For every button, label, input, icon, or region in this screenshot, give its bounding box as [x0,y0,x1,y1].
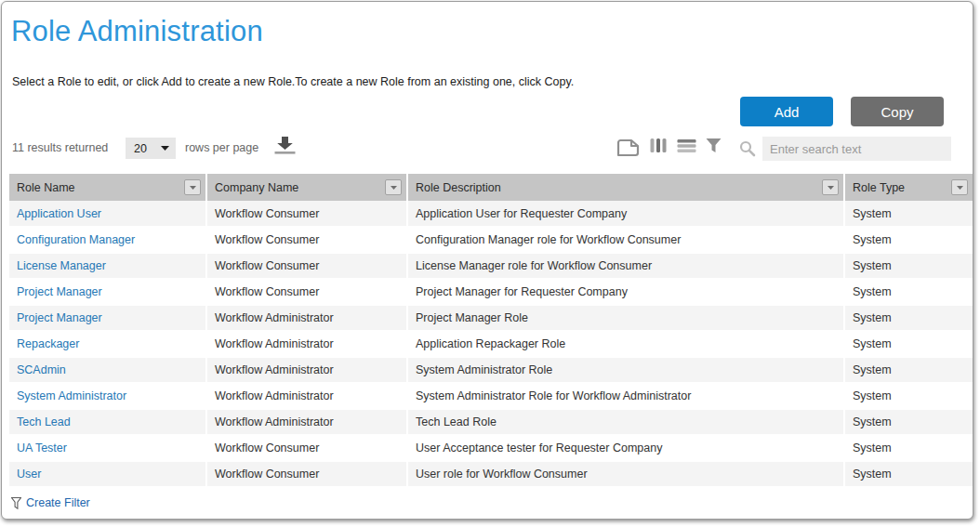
chevron-down-icon [957,186,963,190]
column-label: Role Type [853,181,905,194]
role-name-link[interactable]: Project Manager [17,311,102,324]
funnel-icon [11,497,21,509]
rows-per-page-value: 20 [126,142,161,155]
company-name-cell: Workflow Consumer [206,253,407,279]
table-row: RepackagerWorkflow AdministratorApplicat… [9,331,973,357]
role-table: Role Name Company Name [9,174,973,517]
role-name-link[interactable]: Configuration Manager [17,233,135,246]
download-icon [273,136,297,155]
company-name-cell: Workflow Consumer [206,435,407,461]
role-name-link[interactable]: User [17,468,41,481]
column-dropdown-button[interactable] [951,179,968,195]
table-header-row: Role Name Company Name [9,174,973,201]
table-row: Project ManagerWorkflow ConsumerProject … [9,279,973,305]
rows-icon [677,138,696,153]
create-filter-row: Create Filter [9,489,973,517]
table-row: Configuration ManagerWorkflow ConsumerCo… [9,227,973,253]
role-type-cell: System [844,409,973,435]
table-row: UserWorkflow ConsumerUser role for Workf… [9,461,973,487]
role-description-cell: License Manager role for Workflow Consum… [407,253,844,279]
company-name-cell: Workflow Administrator [206,383,407,409]
copy-button[interactable]: Copy [851,97,944,126]
role-name-link[interactable]: UA Tester [17,441,67,455]
column-chooser-button[interactable] [650,138,668,153]
role-name-cell: Project Manager [9,305,206,331]
search-input[interactable] [762,137,951,161]
filter-button[interactable] [706,138,722,153]
role-description-cell: User role for Workflow Consumer [407,461,844,487]
caret-down-icon [161,146,169,151]
results-count: 11 results returned [12,141,108,154]
role-description-cell: Project Manager for Requester Company [407,279,844,305]
role-name-link[interactable]: SCAdmin [17,363,66,376]
role-name-cell: UA Tester [9,435,206,461]
magnifier-icon [739,140,756,157]
window: Role Administration Select a Role to edi… [1,1,973,520]
role-name-cell: Project Manager [9,279,206,305]
download-button[interactable] [273,136,297,155]
role-type-cell: System [844,383,973,409]
filter-icon [706,138,722,153]
column-dropdown-button[interactable] [385,179,402,195]
company-name-cell: Workflow Administrator [206,409,407,435]
role-type-cell: System [844,253,973,279]
page-title: Role Administration [11,13,263,50]
columns-icon [650,138,668,153]
column-header-role-description[interactable]: Role Description [407,174,844,201]
role-name-link[interactable]: Project Manager [17,285,102,298]
role-description-cell: Application Repackager Role [407,331,844,357]
role-type-cell: System [844,357,973,383]
search-icon-wrap [739,140,756,157]
row-layout-button[interactable] [677,138,696,153]
rows-per-page-select[interactable]: 20 [126,138,176,159]
add-button[interactable]: Add [740,97,833,126]
column-header-company-name[interactable]: Company Name [206,174,407,201]
company-name-cell: Workflow Consumer [206,461,407,487]
column-dropdown-button[interactable] [184,179,201,195]
table-row: SCAdminWorkflow AdministratorSystem Admi… [9,357,973,383]
role-name-cell: System Administrator [9,383,206,409]
card-view-button[interactable] [616,138,640,157]
role-type-cell: System [844,227,973,253]
column-header-role-type[interactable]: Role Type [844,174,973,201]
role-type-cell: System [844,305,973,331]
column-label: Role Name [17,181,75,194]
table-row: UA TesterWorkflow ConsumerUser Acceptanc… [9,435,973,461]
role-name-link[interactable]: License Manager [17,259,106,272]
role-name-cell: Configuration Manager [9,227,206,253]
column-dropdown-button[interactable] [822,179,839,195]
table-row: Project ManagerWorkflow AdministratorPro… [9,305,973,331]
role-description-cell: System Administrator Role [407,357,844,383]
role-name-cell: SCAdmin [9,357,206,383]
table-row: License ManagerWorkflow ConsumerLicense … [9,253,973,279]
role-name-link[interactable]: Repackager [17,337,79,350]
role-description-cell: System Administrator Role for Workflow A… [407,383,844,409]
role-name-link[interactable]: Tech Lead [17,415,71,428]
company-name-cell: Workflow Administrator [206,357,407,383]
table-row: Tech LeadWorkflow AdministratorTech Lead… [9,409,973,435]
column-label: Company Name [215,181,298,194]
role-name-cell: Tech Lead [9,409,206,435]
column-label: Role Description [416,181,501,194]
role-type-cell: System [844,279,973,305]
column-header-role-name[interactable]: Role Name [9,174,206,201]
role-description-cell: Tech Lead Role [407,409,844,435]
company-name-cell: Workflow Administrator [206,331,407,357]
role-description-cell: User Acceptance tester for Requester Com… [407,435,844,461]
role-type-cell: System [844,201,973,227]
role-name-link[interactable]: Application User [17,207,101,220]
table-row: System AdministratorWorkflow Administrat… [9,383,973,409]
company-name-cell: Workflow Consumer [206,227,407,253]
create-filter-link[interactable]: Create Filter [26,496,90,509]
rows-per-page-label: rows per page [185,141,258,154]
role-table-body: Application UserWorkflow ConsumerApplica… [9,201,973,487]
role-description-cell: Project Manager Role [407,305,844,331]
role-name-cell: Repackager [9,331,206,357]
role-name-link[interactable]: System Administrator [17,389,126,402]
role-name-cell: User [9,461,206,487]
chevron-down-icon [391,186,397,190]
role-description-cell: Application User for Requester Company [407,201,844,227]
chevron-down-icon [190,186,196,190]
role-name-cell: License Manager [9,253,206,279]
company-name-cell: Workflow Consumer [206,279,407,305]
